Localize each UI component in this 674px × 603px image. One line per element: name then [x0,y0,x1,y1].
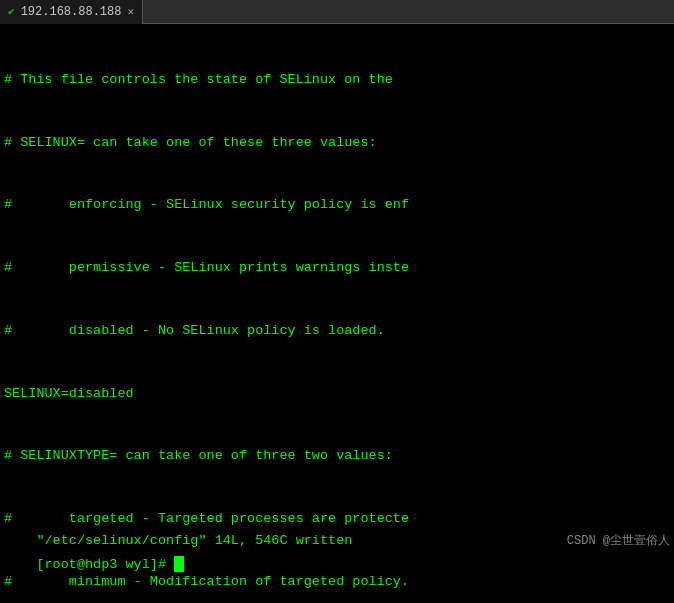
terminal-line-4: # permissive - SELinux prints warnings i… [4,258,670,279]
tab-bar: ✔ 192.168.88.188 ✕ [0,0,674,24]
prompt-text: [root@hdp3 wyl]# [36,557,174,572]
terminal-tab[interactable]: ✔ 192.168.88.188 ✕ [0,0,143,24]
terminal-line-1: # This file controls the state of SELinu… [4,70,670,91]
close-tab-button[interactable]: ✕ [127,5,134,18]
tab-label: 192.168.88.188 [21,5,122,19]
terminal-line-5: # disabled - No SELinux policy is loaded… [4,321,670,342]
terminal-line-3: # enforcing - SELinux security policy is… [4,195,670,216]
connection-status-icon: ✔ [8,5,15,18]
terminal-line-7: # SELINUXTYPE= can take one of three two… [4,446,670,467]
terminal-area[interactable]: # This file controls the state of SELinu… [0,24,674,603]
terminal-line-2: # SELINUX= can take one of these three v… [4,133,670,154]
terminal-line-6: SELINUX=disabled [4,384,670,405]
prompt-line: [root@hdp3 wyl]# [0,534,674,597]
cursor [174,556,184,572]
